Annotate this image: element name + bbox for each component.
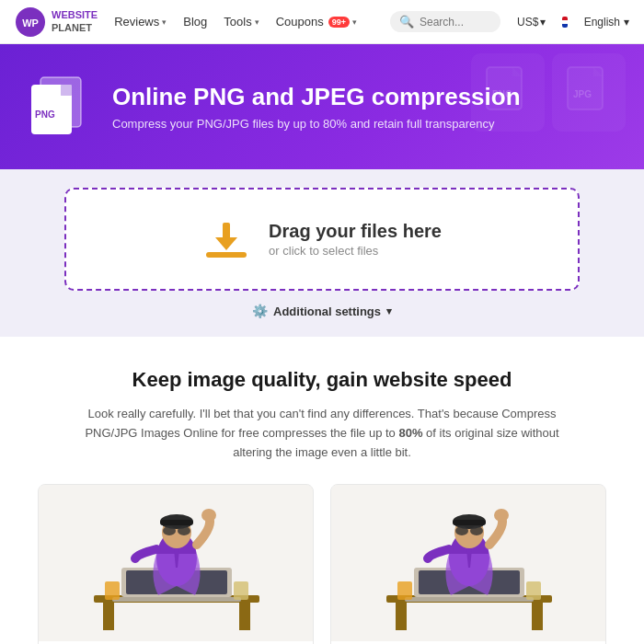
logo[interactable]: WP WEBSITE PLANET [15,6,98,38]
nav-item-blog[interactable]: Blog [183,15,207,29]
original-image [39,485,314,641]
hero-bg-decoration: PNG JPG [471,53,626,132]
svg-text:PNG: PNG [35,109,55,120]
svg-point-45 [470,526,483,535]
shrunk-image-card: Shrunk PNG: 22 KB [330,484,606,644]
svg-rect-11 [206,252,247,258]
svg-rect-33 [396,603,407,630]
bg-jpg-icon: JPG [552,53,626,132]
currency-selector[interactable]: US$ ▾ [517,16,546,29]
search-box[interactable]: 🔍 [390,11,500,32]
svg-text:JPG: JPG [573,89,592,99]
navbar: WP WEBSITE PLANET Reviews ▾ Blog Tools ▾… [0,0,644,44]
svg-rect-26 [160,520,193,525]
additional-settings-toggle[interactable]: ⚙️ Additional settings ▾ [252,304,392,318]
svg-point-44 [455,526,468,535]
svg-marker-13 [215,237,237,250]
chevron-down-icon: ▾ [386,305,392,317]
coupons-badge: 99+ [328,17,350,28]
shrunk-image [331,485,606,641]
dropzone-text: Drag your files here or click to select … [269,221,442,258]
svg-rect-34 [532,603,543,630]
svg-rect-9 [61,85,72,96]
chevron-down-icon: ▾ [624,16,629,29]
search-icon: 🔍 [399,15,414,29]
settings-icon: ⚙️ [252,304,268,318]
chevron-down-icon: ▾ [255,17,259,27]
svg-rect-38 [397,581,412,600]
feature-body: Look really carefully. I'll bet that you… [64,405,580,462]
search-input[interactable] [420,16,493,29]
svg-rect-21 [105,581,120,600]
logo-text: WEBSITE PLANET [52,9,98,33]
chevron-down-icon: ▾ [162,17,167,27]
hero-title: Online PNG and JPEG compression [112,83,521,111]
feature-heading: Keep image quality, gain website speed [28,368,616,392]
chevron-down-icon: ▾ [352,17,357,27]
svg-rect-39 [526,581,541,600]
nav-item-reviews[interactable]: Reviews ▾ [114,15,167,29]
upload-section: Drag your files here or click to select … [0,169,644,337]
svg-rect-43 [453,520,486,525]
svg-rect-22 [234,581,248,600]
language-selector[interactable]: English ▾ [584,16,629,29]
svg-rect-37 [405,597,534,602]
flag-icon [562,17,567,28]
image-comparison: Original PNG: 92 KB [28,484,616,644]
original-image-card: Original PNG: 92 KB [38,484,314,644]
logo-icon: WP [15,6,46,38]
hero-file-icon: JPG PNG [28,70,94,144]
svg-text:WP: WP [22,17,39,29]
drag-subtitle: or click to select files [269,244,442,258]
feature-section: Keep image quality, gain website speed L… [0,337,644,644]
nav-item-coupons[interactable]: Coupons 99+ ▾ [276,15,357,29]
svg-point-30 [201,509,216,522]
svg-rect-20 [112,597,241,602]
nav-item-tools[interactable]: Tools ▾ [224,15,259,29]
svg-rect-16 [103,603,114,630]
hero-text: Online PNG and JPEG compression Compress… [112,83,521,131]
hero-section: PNG JPG JPG PNG Online PNG and JPEG comp… [0,44,644,169]
drag-title: Drag your files here [269,221,442,242]
svg-rect-17 [239,603,250,630]
svg-point-28 [178,526,190,535]
upload-icon [202,215,250,263]
dropzone[interactable]: Drag your files here or click to select … [64,188,580,291]
hero-subtitle: Compress your PNG/JPG files by up to 80%… [112,117,521,131]
chevron-down-icon: ▾ [540,16,546,29]
svg-point-47 [494,509,509,522]
svg-point-27 [163,526,176,535]
svg-text:PNG: PNG [492,89,512,99]
bg-png-icon: PNG [471,53,545,132]
